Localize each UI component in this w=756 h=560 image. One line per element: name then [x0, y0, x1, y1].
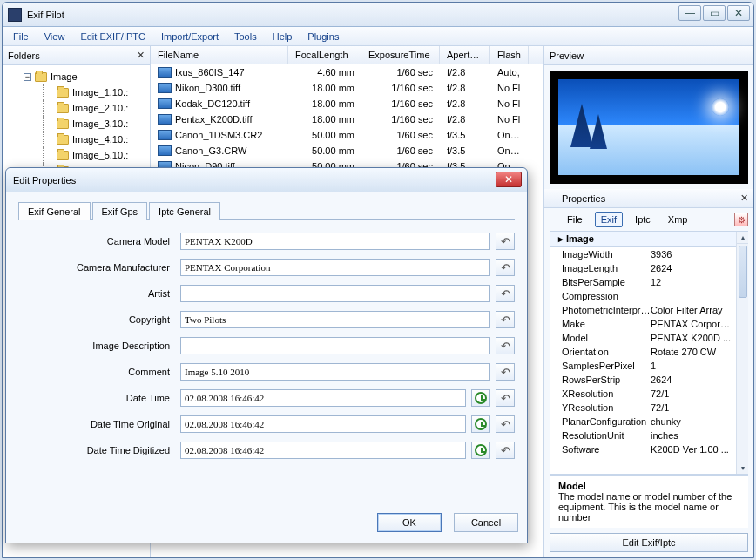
property-row[interactable]: YResolution72/1 — [550, 401, 736, 415]
tab-iptc-general[interactable]: Iptc General — [149, 202, 220, 220]
file-row[interactable]: Canon_G3.CRW50.00 mm1/60 secf/3.5On, R — [151, 143, 543, 159]
folders-close-icon[interactable]: ✕ — [137, 50, 145, 61]
column-header[interactable]: Aperture — [440, 46, 490, 64]
tab-iptc[interactable]: Iptc — [630, 213, 656, 226]
date_time_original-input[interactable] — [180, 415, 466, 433]
clock-button[interactable] — [471, 442, 490, 459]
edit-exif-iptc-button[interactable]: Edit Exif/Iptc — [550, 533, 748, 552]
property-list[interactable]: ▸ Image ImageWidth3936ImageLength2624Bit… — [550, 231, 748, 475]
property-value: 3936 — [651, 249, 732, 260]
column-header[interactable]: FileName — [151, 46, 288, 64]
property-group-image[interactable]: ▸ Image — [550, 232, 736, 247]
property-row[interactable]: PhotometricInterpretatioColor Filter Arr… — [550, 303, 736, 317]
tab-exif-gps[interactable]: Exif Gps — [92, 202, 148, 220]
property-row[interactable]: SamplesPerPixel1 — [550, 359, 736, 373]
menu-file[interactable]: File — [6, 30, 36, 44]
undo-button[interactable]: ↶ — [496, 285, 515, 302]
undo-button[interactable]: ↶ — [496, 337, 515, 354]
property-row[interactable]: XResolution72/1 — [550, 387, 736, 401]
menu-help[interactable]: Help — [266, 30, 300, 44]
tab-file[interactable]: File — [562, 213, 588, 226]
property-row[interactable]: OrientationRotate 270 CW — [550, 345, 736, 359]
property-row[interactable]: ModelPENTAX K200D ... — [550, 331, 736, 345]
cell-ap: f/2.8 — [440, 98, 490, 109]
tab-xmp[interactable]: Xmp — [663, 213, 693, 226]
undo-button[interactable]: ↶ — [496, 363, 515, 381]
undo-button[interactable]: ↶ — [496, 233, 515, 250]
image_description-input[interactable] — [180, 337, 490, 354]
undo-button[interactable]: ↶ — [496, 442, 515, 459]
properties-close-icon[interactable]: ✕ — [740, 192, 748, 204]
menubar: File View Edit EXIF/IPTC Import/Export T… — [3, 27, 753, 46]
property-row[interactable]: PlanarConfigurationchunky — [550, 415, 736, 428]
scroll-thumb[interactable] — [739, 246, 747, 298]
menu-edit-exif[interactable]: Edit EXIF/IPTC — [73, 30, 152, 44]
menu-tools[interactable]: Tools — [227, 30, 264, 44]
undo-button[interactable]: ↶ — [496, 259, 515, 276]
image-file-icon — [158, 83, 172, 93]
cell-focal: 18.00 mm — [288, 83, 361, 93]
ok-button[interactable]: OK — [377, 513, 442, 532]
column-header[interactable]: FocalLength — [288, 46, 361, 64]
copyright-input[interactable] — [180, 311, 490, 328]
camera_manufacturer-input[interactable] — [180, 259, 490, 276]
property-key: RowsPerStrip — [553, 374, 651, 385]
minimize-button[interactable]: — — [678, 5, 701, 21]
cell-focal: 50.00 mm — [288, 130, 361, 140]
scroll-down-icon[interactable]: ▾ — [737, 462, 748, 474]
camera_model-input[interactable] — [180, 233, 490, 250]
dialog-titlebar[interactable]: Edit Properties ✕ — [6, 168, 527, 192]
tab-exif-general[interactable]: Exif General — [18, 202, 91, 220]
clock-button[interactable] — [471, 415, 490, 433]
collapse-icon[interactable]: − — [24, 73, 31, 81]
property-row[interactable]: SoftwareK200D Ver 1.00 ... — [550, 442, 736, 456]
maximize-button[interactable]: ▭ — [703, 5, 726, 21]
property-row[interactable]: ResolutionUnitinches — [550, 428, 736, 442]
folder-icon — [57, 104, 69, 113]
file-row[interactable]: Nikon_D300.tiff18.00 mm1/160 secf/2.8No … — [151, 80, 543, 96]
column-header[interactable]: Flash — [490, 46, 529, 64]
column-header[interactable]: ExposureTime — [361, 46, 440, 64]
close-button[interactable]: ✕ — [727, 5, 750, 21]
property-row[interactable]: RowsPerStrip2624 — [550, 373, 736, 387]
app-title: Exif Pilot — [27, 10, 64, 20]
property-row[interactable]: ImageWidth3936 — [550, 247, 736, 261]
file-row[interactable]: Canon_1DSM3.CR250.00 mm1/60 secf/3.5On, … — [151, 127, 543, 143]
property-row[interactable]: MakePENTAX Corporat... — [550, 317, 736, 331]
properties-config-icon[interactable]: ⚙ — [734, 213, 748, 226]
folder-child[interactable]: Image_5.10.: — [8, 147, 145, 163]
menu-view[interactable]: View — [37, 30, 72, 44]
tab-exif[interactable]: Exif — [595, 212, 623, 227]
property-row[interactable]: Compression — [550, 289, 736, 303]
file-row[interactable]: Pentax_K200D.tiff18.00 mm1/160 secf/2.8N… — [151, 111, 543, 127]
folder-child[interactable]: Image_2.10.: — [8, 100, 145, 116]
scroll-up-icon[interactable]: ▴ — [737, 232, 748, 244]
folder-root[interactable]: − Image — [8, 69, 145, 84]
clock-button[interactable] — [471, 389, 490, 407]
undo-button[interactable]: ↶ — [496, 389, 515, 407]
property-key: PlanarConfiguration — [553, 416, 651, 427]
menu-import-export[interactable]: Import/Export — [154, 30, 226, 44]
date_time-input[interactable] — [180, 389, 466, 407]
artist-input[interactable] — [180, 285, 490, 302]
cell-flash: No Fl — [490, 83, 529, 93]
cell-flash: Auto, — [490, 67, 529, 78]
property-row[interactable]: ImageLength2624 — [550, 261, 736, 275]
cancel-button[interactable]: Cancel — [454, 513, 518, 532]
property-row[interactable]: BitsPerSample12 — [550, 275, 736, 289]
comment-input[interactable] — [180, 363, 490, 381]
form-row-copyright: Copyright↶ — [18, 311, 515, 328]
file-row[interactable]: Kodak_DC120.tiff18.00 mm1/160 secf/2.8No… — [151, 96, 543, 111]
folder-child[interactable]: Image_4.10.: — [8, 132, 145, 147]
form-row-camera_manufacturer: Camera Manufacturer↶ — [18, 259, 515, 276]
properties-scrollbar[interactable]: ▴ ▾ — [736, 232, 748, 474]
folder-child[interactable]: Image_3.10.: — [8, 116, 145, 132]
folders-title: Folders — [8, 51, 40, 61]
folder-child[interactable]: Image_1.10.: — [8, 84, 145, 100]
undo-button[interactable]: ↶ — [496, 311, 515, 328]
file-row[interactable]: Ixus_860IS_1474.60 mm1/60 secf/2.8Auto, — [151, 64, 543, 80]
dialog-close-button[interactable]: ✕ — [496, 172, 522, 187]
undo-button[interactable]: ↶ — [496, 415, 515, 433]
menu-plugins[interactable]: Plugins — [300, 30, 346, 44]
date_time_digitized-input[interactable] — [180, 442, 466, 459]
